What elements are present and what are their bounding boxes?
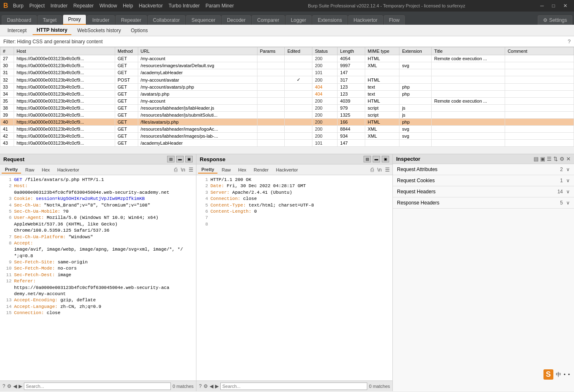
inspector-section-response-headers[interactable]: Response Headers 5 ∨ — [393, 197, 574, 209]
response-help-btn[interactable]: ? — [199, 383, 202, 389]
table-row[interactable]: 33 https://0a0000e003123b4fc0cf9... GET … — [0, 84, 574, 91]
tab-intruder[interactable]: Intruder — [87, 15, 115, 25]
col-header-comment[interactable]: Comment — [505, 47, 574, 55]
table-row[interactable]: 35 https://0a0000e003123b4fc0cf9... GET … — [0, 98, 574, 105]
response-send-icon[interactable]: ⎙ — [370, 166, 375, 174]
table-row[interactable]: 43 https://0a0000e003123b4fc0cf9... GET … — [0, 140, 574, 147]
inspector-view-btn-1[interactable]: ▤ — [534, 156, 539, 162]
col-header-host[interactable]: Host — [14, 47, 115, 55]
table-row[interactable]: 27 https://0a0000e003123b4fc0cf9... GET … — [0, 55, 574, 62]
request-search-input[interactable] — [24, 383, 171, 390]
request-forward-btn[interactable]: ▶ — [19, 383, 22, 389]
tab-proxy[interactable]: Proxy — [63, 14, 86, 25]
tab-sequencer[interactable]: Sequencer — [186, 15, 221, 25]
minimize-button[interactable]: ─ — [537, 2, 547, 9]
close-button[interactable]: ✕ — [560, 2, 571, 9]
tab-decoder[interactable]: Decoder — [222, 15, 251, 25]
tab-hackvertor[interactable]: Hackvertor — [348, 15, 383, 25]
request-menu-icon[interactable]: ☰ — [188, 166, 194, 174]
inspector-layout-icon[interactable]: ☰ — [547, 156, 552, 162]
col-header-num[interactable]: # — [0, 47, 14, 55]
request-tab-hex[interactable]: Hex — [38, 167, 53, 173]
inspector-view-btn-2[interactable]: ▣ — [540, 156, 545, 162]
request-view-btn-1[interactable]: ▤ — [167, 156, 175, 162]
menu-help[interactable]: Help — [120, 2, 136, 9]
tab-dashboard[interactable]: Dashboard — [2, 15, 37, 25]
tab-intercept[interactable]: Intercept — [3, 26, 31, 35]
tab-repeater[interactable]: Repeater — [116, 15, 146, 25]
tab-options[interactable]: Options — [127, 26, 152, 35]
tab-target[interactable]: Target — [38, 15, 62, 25]
tab-logger[interactable]: Logger — [286, 15, 312, 25]
table-row[interactable]: 32 https://0a0000e003123b4fc0cf9... POST… — [0, 76, 574, 84]
menu-hackvertor[interactable]: Hackvertor — [136, 2, 165, 9]
inspector-section-request-cookies[interactable]: Request Cookies 1 ∨ — [393, 175, 574, 186]
response-tab-hex[interactable]: Hex — [235, 167, 250, 173]
request-back-btn[interactable]: ◀ — [13, 383, 17, 389]
inspector-section-request-attributes[interactable]: Request Attributes 2 ∨ — [393, 164, 574, 175]
table-row[interactable]: 30 https://0a0000e003123b4fc0cf9... GET … — [0, 62, 574, 69]
maximize-button[interactable]: □ — [549, 2, 558, 9]
response-menu-icon[interactable]: ☰ — [384, 166, 391, 174]
tab-flow[interactable]: Flow — [384, 15, 405, 25]
menu-param-miner[interactable]: Param Miner — [203, 2, 236, 9]
cell-ext: php — [399, 119, 432, 126]
inspector-settings-icon[interactable]: ⚙ — [560, 156, 565, 162]
response-view-btn-1[interactable]: ▤ — [364, 156, 371, 162]
inspector-section-request-headers[interactable]: Request Headers 14 ∨ — [393, 186, 574, 197]
cell-title — [432, 140, 505, 147]
col-header-edited[interactable]: Edited — [285, 47, 312, 55]
table-row[interactable]: 40 https://0a0000e003123b4fc0cf9... GET … — [0, 119, 574, 126]
menu-window[interactable]: Window — [97, 2, 120, 9]
request-send-icon[interactable]: ⎙ — [173, 166, 178, 174]
response-tab-raw[interactable]: Raw — [218, 167, 234, 173]
response-tab-render[interactable]: Render — [250, 167, 272, 173]
col-header-mime[interactable]: MIME type — [365, 47, 399, 55]
col-header-method[interactable]: Method — [115, 47, 138, 55]
tab-comparer[interactable]: Comparer — [252, 15, 284, 25]
response-forward-btn[interactable]: ▶ — [215, 383, 219, 389]
menu-burp[interactable]: Burp — [11, 2, 26, 9]
request-tab-hackvertor[interactable]: Hackvertor — [54, 167, 83, 173]
response-search-input[interactable] — [220, 383, 368, 390]
request-view-btn-2[interactable]: ▬ — [176, 156, 184, 162]
menu-turbo-intruder[interactable]: Turbo Intruder — [166, 2, 202, 9]
request-view-btn-3[interactable]: ▣ — [185, 156, 193, 162]
menu-intruder[interactable]: Intruder — [48, 2, 70, 9]
response-view-btn-2[interactable]: ▬ — [373, 156, 380, 162]
response-view-btn-3[interactable]: ▣ — [382, 156, 389, 162]
col-header-title[interactable]: Title — [432, 47, 505, 55]
table-row[interactable]: 42 https://0a0000e003123b4fc0cf9... GET … — [0, 133, 574, 140]
response-back-btn[interactable]: ◀ — [210, 383, 213, 389]
menu-repeater[interactable]: Repeater — [71, 2, 96, 9]
table-row[interactable]: 31 https://0a0000e003123b4fc0cf9... GET … — [0, 69, 574, 76]
inspector-close-icon[interactable]: ✕ — [566, 156, 571, 162]
request-wrap-icon[interactable]: \n — [180, 166, 186, 174]
col-header-length[interactable]: Length — [338, 47, 365, 55]
col-header-ext[interactable]: Extension — [399, 47, 432, 55]
request-help-btn[interactable]: ? — [2, 383, 5, 389]
inspector-sort-icon[interactable]: ⇅ — [553, 156, 558, 162]
col-header-status[interactable]: Status — [312, 47, 338, 55]
table-row[interactable]: 39 https://0a0000e003123b4fc0cf9... GET … — [0, 112, 574, 119]
request-tab-raw[interactable]: Raw — [22, 167, 38, 173]
col-header-url[interactable]: URL — [138, 47, 257, 55]
request-settings-btn[interactable]: ⚙ — [7, 383, 12, 389]
tab-settings[interactable]: ⚙ Settings — [538, 15, 572, 25]
table-row[interactable]: 38 https://0a0000e003123b4fc0cf9... GET … — [0, 105, 574, 112]
response-tab-pretty[interactable]: Pretty — [198, 166, 217, 174]
response-wrap-icon[interactable]: \n — [376, 166, 383, 174]
filter-bar[interactable]: Filter: Hiding CSS and general binary co… — [0, 36, 574, 47]
col-header-params[interactable]: Params — [257, 47, 285, 55]
request-tab-pretty[interactable]: Pretty — [2, 166, 21, 174]
table-row[interactable]: 41 https://0a0000e003123b4fc0cf9... GET … — [0, 126, 574, 133]
filter-help-icon[interactable]: ? — [568, 38, 571, 45]
tab-websockets-history[interactable]: WebSockets history — [73, 26, 125, 35]
menu-project[interactable]: Project — [27, 2, 47, 9]
table-row[interactable]: 34 https://0a0000e003123b4fc0cf9... GET … — [0, 91, 574, 98]
tab-extensions[interactable]: Extensions — [312, 15, 347, 25]
response-tab-hackvertor[interactable]: Hackvertor — [273, 167, 301, 173]
tab-http-history[interactable]: HTTP history — [33, 26, 71, 35]
response-settings-btn[interactable]: ⚙ — [203, 383, 208, 389]
tab-collaborator[interactable]: Collaborator — [148, 15, 185, 25]
